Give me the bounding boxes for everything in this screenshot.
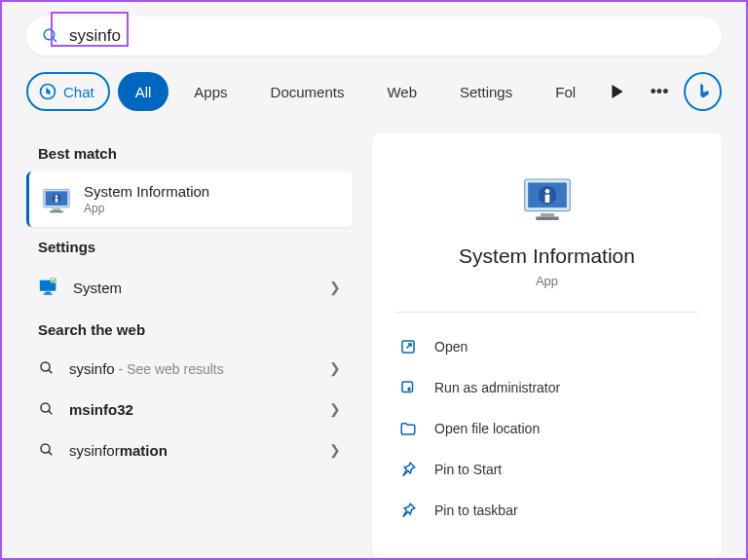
action-run-admin[interactable]: Run as administrator — [395, 367, 698, 408]
pin-icon — [399, 461, 417, 478]
chevron-right-icon: ❯ — [329, 360, 341, 376]
detail-panel: System Information App Open Run as admin… — [372, 133, 722, 558]
system-info-icon-large — [520, 172, 575, 227]
best-match-subtitle: App — [84, 202, 209, 215]
svg-rect-8 — [53, 208, 60, 210]
divider — [395, 312, 698, 313]
best-match-result[interactable]: System Information App — [26, 171, 353, 227]
chevron-right-icon: ❯ — [329, 442, 341, 458]
open-icon — [399, 338, 417, 355]
settings-result-system[interactable]: System ❯ — [26, 265, 353, 310]
chevron-right-icon: ❯ — [329, 401, 341, 417]
svg-rect-28 — [402, 382, 413, 392]
play-icon — [611, 85, 624, 98]
section-search-web: Search the web — [38, 321, 353, 338]
web-result-sysinfo[interactable]: sysinfo - See web results ❯ — [26, 348, 353, 389]
pin-icon — [399, 502, 417, 519]
action-label: Run as administrator — [434, 380, 560, 395]
section-best-match: Best match — [38, 145, 353, 162]
bing-chat-icon — [38, 82, 57, 101]
system-info-icon — [41, 184, 72, 215]
svg-line-17 — [49, 411, 52, 414]
svg-rect-26 — [536, 217, 558, 221]
search-icon — [38, 441, 56, 459]
action-label: Open — [434, 339, 468, 355]
svg-rect-9 — [50, 210, 62, 212]
tab-folders[interactable]: Fol — [538, 72, 593, 111]
detail-type: App — [395, 274, 698, 288]
tab-chat[interactable]: Chat — [26, 72, 110, 111]
action-label: Pin to Start — [434, 462, 502, 477]
tab-apps[interactable]: Apps — [176, 72, 244, 111]
scroll-right-button[interactable] — [601, 74, 635, 109]
chevron-right-icon: ❯ — [329, 280, 341, 295]
svg-line-15 — [49, 370, 52, 373]
svg-point-23 — [544, 189, 549, 194]
svg-line-1 — [53, 38, 56, 42]
tab-documents[interactable]: Documents — [253, 72, 362, 111]
tab-settings[interactable]: Settings — [442, 72, 530, 111]
web-result-sysinformation[interactable]: sysinformation ❯ — [26, 429, 353, 470]
detail-title: System Information — [395, 244, 698, 268]
web-result-msinfo32[interactable]: msinfo32 ❯ — [26, 389, 353, 429]
best-match-title: System Information — [84, 183, 209, 200]
system-setting-icon — [38, 277, 59, 298]
web-result-label: msinfo32 — [69, 401, 316, 418]
settings-result-label: System — [73, 280, 316, 296]
search-input[interactable] — [69, 26, 706, 46]
ellipsis-icon: ••• — [651, 82, 669, 102]
admin-icon — [399, 379, 417, 396]
svg-point-6 — [56, 195, 58, 198]
web-result-label: sysinformation — [69, 442, 316, 459]
action-label: Pin to taskbar — [434, 503, 518, 518]
search-icon — [38, 400, 56, 418]
svg-rect-12 — [44, 293, 53, 294]
bing-button[interactable] — [684, 72, 722, 111]
action-open[interactable]: Open — [395, 326, 698, 367]
folder-icon — [399, 420, 417, 437]
search-bar[interactable] — [26, 17, 722, 56]
tab-web[interactable]: Web — [369, 72, 434, 111]
filter-tabs: Chat All Apps Documents Web Settings Fol… — [26, 72, 722, 111]
action-pin-start[interactable]: Pin to Start — [395, 449, 698, 490]
results-column: Best match System Information App Settin… — [26, 133, 353, 470]
best-match-text: System Information App — [84, 183, 209, 215]
more-button[interactable]: ••• — [643, 74, 677, 109]
svg-point-16 — [41, 403, 50, 412]
svg-rect-11 — [45, 292, 51, 294]
action-pin-taskbar[interactable]: Pin to taskbar — [395, 490, 698, 531]
search-icon — [42, 27, 59, 45]
action-open-location[interactable]: Open file location — [395, 408, 698, 449]
svg-rect-24 — [544, 195, 549, 203]
bing-icon — [692, 81, 714, 102]
svg-point-0 — [44, 29, 55, 40]
section-settings: Settings — [38, 239, 353, 255]
web-result-label: sysinfo - See web results — [69, 360, 316, 377]
search-icon — [38, 359, 56, 377]
tab-chat-label: Chat — [63, 84, 94, 100]
svg-line-19 — [49, 452, 52, 455]
svg-point-14 — [41, 362, 50, 371]
svg-point-18 — [41, 444, 50, 453]
tab-all[interactable]: All — [118, 72, 169, 111]
svg-rect-25 — [541, 213, 554, 217]
action-label: Open file location — [434, 421, 540, 436]
svg-rect-7 — [56, 198, 58, 202]
